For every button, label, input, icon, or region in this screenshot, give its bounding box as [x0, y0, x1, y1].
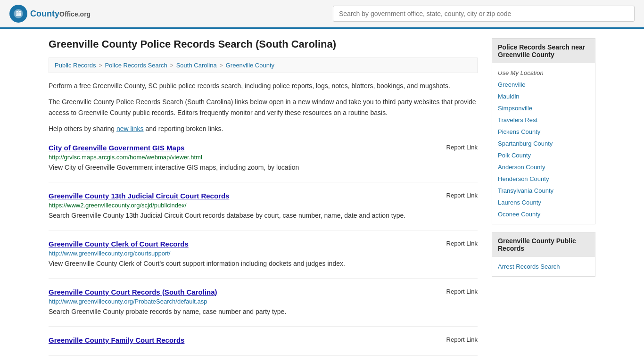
breadcrumb-sep-3: > [220, 62, 223, 69]
sidebar-nearby-link-6[interactable]: Polk County [492, 149, 595, 161]
result-title-3[interactable]: Greenville County Court Records (South C… [49, 288, 217, 296]
report-link-1[interactable]: Report Link [446, 192, 478, 199]
site-header: 🏛 CountyOffice.org [0, 0, 644, 29]
search-bar [333, 6, 635, 22]
sidebar-nearby-link-4[interactable]: Pickens County [492, 126, 595, 138]
report-link-3[interactable]: Report Link [446, 288, 478, 295]
report-link-0[interactable]: Report Link [446, 144, 478, 151]
sidebar-nearby-section: Police Records Search near Greenville Co… [492, 38, 595, 224]
result-item: Greenville County Clerk of Court Records… [49, 240, 478, 279]
main-container: Greenville County Police Records Search … [39, 29, 605, 362]
sidebar-nearby-link-9[interactable]: Transylvania County [492, 185, 595, 197]
description-para1: Perform a free Greenville County, SC pub… [49, 81, 478, 91]
breadcrumb-sep-2: > [170, 62, 173, 69]
result-item: Greenville County Court Records (South C… [49, 288, 478, 327]
result-title-1[interactable]: Greenville County 13th Judicial Circuit … [49, 192, 229, 200]
report-link-2[interactable]: Report Link [446, 240, 478, 247]
sidebar-public-records-links: Arrest Records Search [492, 257, 595, 276]
result-url-3: http://www.greenvillecounty.org/ProbateS… [49, 298, 478, 305]
result-url-1: https://www2.greenvillecounty.org/scjd/p… [49, 202, 478, 209]
result-item: Greenville County 13th Judicial Circuit … [49, 192, 478, 230]
result-header: Greenville County 13th Judicial Circuit … [49, 192, 478, 200]
report-link-4[interactable]: Report Link [446, 336, 478, 343]
breadcrumb-south-carolina[interactable]: South Carolina [176, 62, 217, 69]
result-header: City of Greenville Government GIS Maps R… [49, 144, 478, 152]
sidebar-public-records-section: Greenville County Public Records Arrest … [492, 232, 595, 277]
breadcrumb-public-records[interactable]: Public Records [55, 62, 96, 69]
sidebar-nearby-link-3[interactable]: Travelers Rest [492, 114, 595, 126]
result-url-0: http://grvlsc.maps.arcgis.com/home/webma… [49, 154, 478, 161]
sidebar-nearby-link-2[interactable]: Simpsonville [492, 102, 595, 114]
sidebar-nearby-link-11[interactable]: Oconee County [492, 208, 595, 220]
sidebar-nearby-link-7[interactable]: Anderson County [492, 161, 595, 173]
search-input[interactable] [333, 6, 635, 22]
result-desc-0: View City of Greenville Government inter… [49, 163, 478, 173]
result-header: Greenville County Court Records (South C… [49, 288, 478, 296]
sidebar-nearby-list: GreenvilleMauldinSimpsonvilleTravelers R… [492, 79, 595, 220]
page-title: Greenville County Police Records Search … [49, 38, 478, 50]
sidebar-public-records-list: Arrest Records Search [492, 261, 595, 272]
result-title-2[interactable]: Greenville County Clerk of Court Records [49, 240, 189, 248]
sidebar-nearby-link-10[interactable]: Laurens County [492, 197, 595, 208]
sidebar-nearby-link-0[interactable]: Greenville [492, 79, 595, 90]
breadcrumb: Public Records > Police Records Search >… [49, 58, 478, 73]
breadcrumb-greenville-county[interactable]: Greenville County [226, 62, 274, 69]
sidebar-public-records-title: Greenville County Public Records [492, 232, 595, 257]
result-item: Greenville County Family Court Records R… [49, 336, 478, 356]
description-para3: Help others by sharing new links and rep… [49, 123, 478, 134]
logo-icon: 🏛 [9, 5, 27, 23]
results-list: City of Greenville Government GIS Maps R… [49, 144, 478, 356]
sidebar-nearby-link-1[interactable]: Mauldin [492, 90, 595, 102]
result-title-4[interactable]: Greenville County Family Court Records [49, 336, 184, 344]
result-header: Greenville County Family Court Records R… [49, 336, 478, 344]
content-area: Greenville County Police Records Search … [49, 38, 478, 356]
sidebar: Police Records Search near Greenville Co… [492, 38, 595, 356]
sidebar-nearby-links: Use My Location GreenvilleMauldinSimpson… [492, 63, 595, 224]
logo[interactable]: 🏛 CountyOffice.org [9, 5, 91, 23]
result-desc-2: View Greenville County Clerk of Court's … [49, 259, 478, 269]
svg-text:🏛: 🏛 [16, 10, 22, 17]
new-links-link[interactable]: new links [116, 125, 144, 132]
result-header: Greenville County Clerk of Court Records… [49, 240, 478, 248]
breadcrumb-police-records-search[interactable]: Police Records Search [105, 62, 167, 69]
description-para2: The Greenville County Police Records Sea… [49, 97, 478, 118]
result-desc-1: Search Greenville County 13th Judicial C… [49, 211, 478, 221]
result-item: City of Greenville Government GIS Maps R… [49, 144, 478, 182]
sidebar-nearby-link-8[interactable]: Henderson County [492, 173, 595, 185]
result-title-0[interactable]: City of Greenville Government GIS Maps [49, 144, 184, 152]
result-desc-3: Search Greenville County probate records… [49, 307, 478, 317]
result-url-2: http://www.greenvillecounty.org/courtsup… [49, 250, 478, 257]
logo-text: CountyOffice.org [30, 9, 91, 19]
sidebar-nearby-title: Police Records Search near Greenville Co… [492, 39, 595, 63]
breadcrumb-sep-1: > [99, 62, 102, 69]
sidebar-nearby-link-5[interactable]: Spartanburg County [492, 138, 595, 149]
use-location-link[interactable]: Use My Location [492, 67, 595, 79]
sidebar-public-records-link-0[interactable]: Arrest Records Search [492, 261, 595, 272]
